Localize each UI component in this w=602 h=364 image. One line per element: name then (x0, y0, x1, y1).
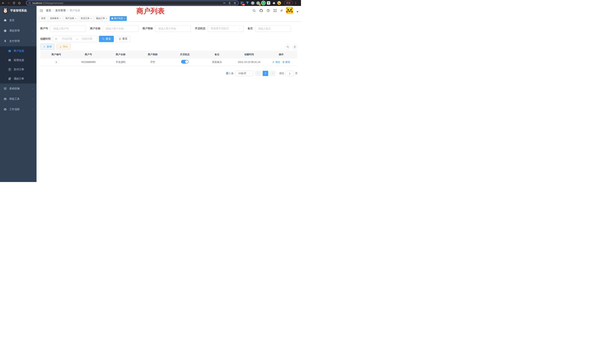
site-info-icon[interactable] (29, 2, 31, 4)
sidebar-item-dev-tools[interactable]: 研发工具 (0, 94, 36, 104)
search-icon[interactable] (252, 9, 256, 12)
tab-user-group[interactable]: 用户分组× (64, 16, 78, 21)
tab-home[interactable]: 首页 (40, 16, 47, 21)
page-number-1[interactable]: 1 (263, 71, 268, 76)
refresh-table-button[interactable] (292, 44, 297, 49)
start-date-placeholder: 开始日期 (59, 37, 75, 41)
table-row: 1 M233666999 芋道源码 芋艿 我是备注 2021-10-23 08:… (40, 58, 297, 66)
sidebar-item-pay-order[interactable]: ¥ 支付订单 (0, 65, 36, 74)
close-icon[interactable]: × (90, 17, 92, 20)
share-icon[interactable] (228, 2, 231, 4)
chrome-update-button[interactable]: 更新 (284, 1, 293, 5)
tab-refund-order[interactable]: 退款订单× (94, 16, 109, 21)
extension-y-icon[interactable]: Y (261, 1, 265, 5)
browser-menu-icon[interactable] (295, 2, 296, 4)
edit-icon (272, 61, 275, 63)
download-icon (59, 46, 62, 48)
search-button[interactable]: 搜索 (99, 36, 114, 42)
help-icon[interactable] (267, 9, 270, 12)
breadcrumb-payment[interactable]: 支付管理 (55, 9, 66, 12)
breadcrumb-home[interactable]: 首页 (46, 9, 51, 12)
table-header-row: 商户编号 商户号 商户全称 商户简称 开启状态 备注 创建时间 操作 (40, 51, 297, 58)
cell-merchant-no: M233666999 (72, 61, 104, 63)
avatar-caret-down-icon[interactable] (297, 11, 298, 12)
refresh-icon (119, 38, 121, 40)
goto-label: 前往 (279, 72, 284, 75)
back-icon[interactable] (2, 2, 5, 4)
tab-merchant-info[interactable]: 商户信息× (110, 16, 127, 21)
delete-link[interactable]: 删除 (282, 60, 290, 64)
font-size-icon[interactable]: тT (280, 9, 282, 12)
sidebar-item-workflow[interactable]: 工作流程 (0, 104, 36, 115)
chevron-up-icon (31, 40, 33, 42)
pagination: 共 1 条 10条/页 1 前往 页 (36, 66, 301, 76)
chevron-down-icon (31, 87, 33, 90)
tab-pay-order[interactable]: 支付订单× (79, 16, 93, 21)
extension-badge-2: 1 (259, 4, 261, 6)
sidebar-item-system[interactable]: 系统管理 (0, 26, 36, 36)
short-name-field[interactable] (155, 25, 191, 32)
date-range-picker[interactable]: 开始日期 - 结束日期 (53, 36, 97, 42)
short-name-input[interactable] (158, 27, 188, 30)
sidebar-item-app-info[interactable]: 应用信息 (0, 56, 36, 65)
sidebar-item-infrastructure[interactable]: 基础设施 (0, 83, 36, 94)
bookmark-star-icon[interactable] (234, 2, 236, 4)
address-bar[interactable]: localhost:1024/pay/merchant (26, 0, 239, 5)
extension-command-icon[interactable] (251, 1, 255, 5)
chevron-down-icon (31, 30, 33, 32)
next-page-button[interactable] (270, 71, 276, 76)
extensions-puzzle-icon[interactable] (272, 1, 276, 5)
full-name-input[interactable] (106, 27, 136, 30)
extension-proxy-icon[interactable]: 1 (256, 1, 260, 5)
merchant-no-label: 商户号 (40, 27, 48, 30)
profile-avatar-icon[interactable] (277, 1, 281, 5)
merchant-table: 商户编号 商户号 商户全称 商户简称 开启状态 备注 创建时间 操作 1 M23… (40, 51, 297, 66)
extension-chat-icon[interactable] (267, 1, 270, 5)
status-select[interactable]: 请选择开启状态 (208, 25, 244, 32)
cell-full-name: 芋道源码 (105, 60, 137, 64)
search-icon (287, 46, 289, 48)
user-avatar[interactable] (286, 7, 293, 14)
sidebar-item-refund-order[interactable]: 退款订单 (0, 74, 36, 83)
fullscreen-icon[interactable] (273, 9, 277, 12)
forward-icon[interactable] (7, 2, 10, 4)
page-size-select[interactable]: 10条/页 (235, 71, 253, 76)
full-name-field[interactable] (103, 25, 139, 32)
merchant-no-input[interactable] (53, 27, 83, 30)
sidebar-item-merchant-info[interactable]: 商户信息 (0, 46, 36, 56)
search-form: 商户号 商户全称 商户简称 开启状态 请选择开启状态 备注 (36, 22, 301, 42)
remark-field[interactable] (255, 25, 291, 32)
sidebar-item-home[interactable]: 首页 (0, 15, 36, 26)
close-icon[interactable]: × (60, 17, 61, 20)
password-key-icon[interactable] (223, 2, 226, 4)
cell-remark: 我是备注 (201, 60, 233, 64)
full-name-label: 商户全称 (90, 27, 100, 30)
close-icon[interactable]: × (75, 17, 76, 20)
extension-gem-icon[interactable] (246, 1, 249, 5)
close-icon[interactable]: × (124, 17, 125, 20)
toggle-search-button[interactable] (285, 44, 290, 49)
merchant-no-field[interactable] (50, 25, 86, 32)
home-icon[interactable] (18, 2, 21, 4)
reset-button[interactable]: 重置 (116, 36, 130, 42)
github-icon[interactable] (259, 9, 263, 12)
collapse-sidebar-icon[interactable] (40, 9, 43, 12)
status-toggle[interactable] (181, 60, 189, 64)
goto-page-input[interactable] (286, 71, 294, 76)
prev-page-button[interactable] (255, 71, 261, 76)
sidebar-item-payment[interactable]: ¥ 支付管理 (0, 36, 36, 46)
close-icon[interactable]: × (106, 17, 107, 20)
export-button[interactable]: 导出 (56, 44, 71, 50)
reload-icon[interactable] (13, 2, 15, 4)
add-button[interactable]: 新增 (40, 44, 54, 50)
store-icon (8, 50, 11, 53)
remark-input[interactable] (258, 27, 288, 30)
app-title: 芋道管理系统 (10, 9, 27, 12)
cell-short-name: 芋艿 (137, 60, 169, 64)
chevron-right-icon (272, 72, 274, 75)
app-logo-row[interactable]: 芋道管理系统 (0, 6, 36, 15)
browser-toolbar: localhost:1024/pay/merchant 10 1 Y 更新 (0, 0, 301, 6)
edit-link[interactable]: 修改 (272, 60, 280, 64)
tab-process-form[interactable]: 流程表单× (48, 16, 63, 21)
extension-grid-icon[interactable]: 10 (240, 1, 244, 5)
